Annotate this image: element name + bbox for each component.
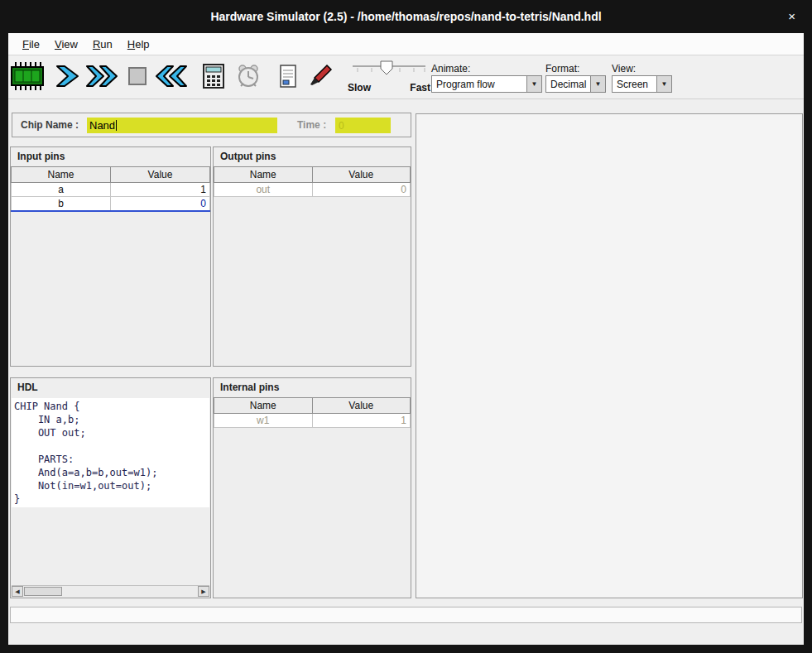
- chip-name-label: Chip Name :: [21, 119, 79, 131]
- output-pins-title: Output pins: [214, 147, 411, 166]
- table-row: a 1: [12, 183, 210, 197]
- pin-value: 1: [312, 414, 411, 428]
- time-display: 0: [335, 118, 391, 133]
- column-header-value: Value: [312, 398, 411, 414]
- menu-help[interactable]: Help: [120, 35, 157, 54]
- animate-dropdown[interactable]: Program flow ▼: [431, 75, 542, 93]
- load-chip-icon: [10, 61, 45, 94]
- pin-name: a: [12, 183, 111, 197]
- toolbar: Slow Fast Animate: Program flow ▼ Format…: [8, 56, 804, 99]
- calculator-button[interactable]: [196, 60, 231, 95]
- rewind-button[interactable]: [154, 60, 189, 95]
- animate-value: Program flow: [436, 79, 525, 90]
- internal-pins-panel: Internal pins Name Value w1 1: [213, 377, 411, 598]
- load-script-icon: [277, 64, 299, 92]
- load-script-button[interactable]: [271, 60, 305, 95]
- menu-run[interactable]: Run: [85, 35, 120, 54]
- scrollbar-thumb[interactable]: [24, 587, 62, 596]
- chevron-down-icon[interactable]: ▼: [590, 76, 605, 92]
- animate-label: Animate:: [431, 63, 470, 74]
- rewind-icon: [155, 64, 188, 92]
- calculator-icon: [201, 63, 226, 93]
- table-row: out 0: [214, 183, 411, 197]
- view-value: Screen: [617, 79, 655, 90]
- chevron-down-icon[interactable]: ▼: [526, 76, 541, 92]
- table-row: w1 1: [214, 414, 411, 428]
- stop-button[interactable]: [120, 60, 155, 95]
- menu-bar: File View Run Help: [8, 33, 804, 55]
- stop-icon: [127, 65, 148, 90]
- fast-forward-icon: [85, 64, 118, 92]
- close-icon[interactable]: ×: [788, 9, 795, 24]
- slider-handle[interactable]: [381, 61, 392, 74]
- format-label: Format:: [545, 63, 579, 74]
- chip-name-bar: Chip Name : Nand Time : 0: [12, 113, 411, 137]
- column-header-value: Value: [312, 167, 411, 183]
- column-header-name: Name: [214, 167, 313, 183]
- pin-name: out: [214, 183, 313, 197]
- load-chip-button[interactable]: [10, 60, 45, 95]
- pin-name: b: [12, 197, 111, 211]
- edit-pen-icon: [308, 64, 333, 92]
- edit-button[interactable]: [303, 60, 338, 95]
- app-window: Hardware Simulator (2.5) - /home/thomas/…: [0, 0, 812, 653]
- single-step-icon: [54, 64, 80, 92]
- internal-pins-table: Name Value w1 1: [214, 397, 411, 428]
- pin-value[interactable]: 0: [111, 197, 210, 211]
- format-dropdown[interactable]: Decimal ▼: [545, 75, 606, 93]
- single-step-button[interactable]: [50, 60, 84, 95]
- pin-value: 0: [312, 183, 411, 197]
- window-title: Hardware Simulator (2.5) - /home/thomas/…: [0, 0, 812, 33]
- menu-file[interactable]: File: [15, 35, 47, 54]
- scroll-right-icon[interactable]: ▶: [198, 586, 209, 597]
- screen-view-panel: [416, 113, 803, 598]
- format-value: Decimal: [550, 79, 589, 90]
- clock-icon: [236, 64, 261, 92]
- slow-label: Slow: [348, 82, 371, 94]
- scroll-left-icon[interactable]: ◀: [12, 586, 23, 597]
- hdl-code-view: CHIP Nand { IN a,b; OUT out; PARTS: And(…: [12, 398, 209, 507]
- input-pins-title: Input pins: [11, 147, 210, 166]
- pin-name: w1: [214, 414, 313, 428]
- column-header-value: Value: [111, 167, 210, 183]
- content-area: File View Run Help: [8, 33, 804, 645]
- view-label: View:: [612, 63, 636, 74]
- output-pins-panel: Output pins Name Value out 0: [213, 146, 411, 367]
- horizontal-scrollbar[interactable]: ◀ ▶: [12, 585, 209, 597]
- fast-label: Fast: [410, 82, 430, 94]
- chip-name-value: Nand: [89, 119, 115, 132]
- slider-track[interactable]: [351, 60, 427, 80]
- column-header-name: Name: [214, 398, 313, 414]
- speed-slider[interactable]: Slow Fast: [344, 59, 432, 97]
- clock-button[interactable]: [231, 60, 266, 95]
- hdl-title: HDL: [11, 378, 210, 397]
- input-pins-table: Name Value a 1 b 0: [11, 166, 210, 212]
- view-dropdown[interactable]: Screen ▼: [612, 75, 672, 93]
- table-row: b 0: [12, 197, 210, 211]
- column-header-name: Name: [12, 167, 111, 183]
- fast-forward-button[interactable]: [84, 60, 119, 95]
- chevron-down-icon[interactable]: ▼: [656, 76, 671, 92]
- chip-name-input[interactable]: Nand: [87, 118, 277, 133]
- internal-pins-title: Internal pins: [214, 378, 411, 397]
- menu-view[interactable]: View: [47, 35, 85, 54]
- hdl-panel: HDL CHIP Nand { IN a,b; OUT out; PARTS: …: [10, 377, 211, 598]
- input-pins-panel: Input pins Name Value a 1 b 0: [10, 146, 211, 367]
- time-label: Time :: [297, 119, 326, 131]
- text-caret: [116, 120, 117, 131]
- title-bar: Hardware Simulator (2.5) - /home/thomas/…: [0, 0, 812, 33]
- pin-value[interactable]: 1: [111, 183, 210, 197]
- output-pins-table: Name Value out 0: [214, 166, 411, 197]
- status-bar: [10, 607, 802, 623]
